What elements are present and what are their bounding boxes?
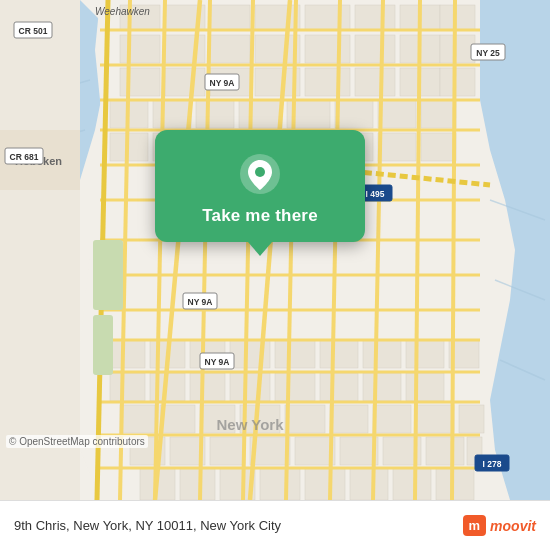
svg-rect-69 (363, 373, 401, 401)
svg-rect-26 (305, 35, 350, 63)
svg-rect-29 (440, 35, 475, 63)
svg-text:NY 25: NY 25 (476, 48, 500, 58)
svg-rect-78 (416, 405, 454, 433)
map-copyright: © OpenStreetMap contributors (6, 435, 148, 448)
svg-rect-19 (355, 5, 395, 30)
svg-rect-82 (210, 437, 245, 465)
svg-rect-125 (93, 315, 113, 375)
location-pin-icon (238, 152, 282, 196)
svg-rect-59 (320, 340, 358, 368)
svg-rect-77 (373, 405, 411, 433)
svg-rect-27 (355, 35, 395, 63)
svg-rect-23 (165, 35, 205, 63)
moovit-name: moovit (490, 518, 536, 534)
moovit-logo: m moovit (463, 515, 536, 536)
svg-rect-96 (436, 468, 474, 500)
svg-rect-63 (110, 373, 145, 401)
svg-rect-124 (93, 240, 123, 310)
popup-card: Take me there (155, 130, 365, 242)
svg-rect-95 (393, 468, 431, 500)
svg-rect-79 (459, 405, 484, 433)
svg-rect-45 (421, 100, 456, 128)
svg-rect-53 (421, 133, 456, 161)
svg-rect-16 (210, 5, 250, 30)
svg-rect-67 (275, 373, 315, 401)
svg-rect-40 (196, 100, 234, 128)
svg-rect-18 (305, 5, 350, 30)
svg-text:CR 681: CR 681 (10, 152, 39, 162)
svg-rect-22 (120, 35, 160, 63)
svg-rect-66 (230, 373, 270, 401)
svg-rect-43 (335, 100, 373, 128)
svg-rect-37 (440, 68, 475, 96)
svg-rect-54 (110, 340, 145, 368)
svg-rect-24 (210, 35, 250, 63)
bottom-bar: 9th Chris, New York, NY 10011, New York … (0, 500, 550, 550)
svg-rect-60 (363, 340, 401, 368)
svg-text:New York: New York (217, 416, 285, 433)
svg-rect-52 (378, 133, 416, 161)
svg-rect-44 (378, 100, 416, 128)
svg-rect-68 (320, 373, 358, 401)
svg-text:NY 9A: NY 9A (205, 357, 230, 367)
svg-rect-58 (275, 340, 315, 368)
svg-text:CR 501: CR 501 (19, 26, 48, 36)
svg-rect-65 (190, 373, 225, 401)
svg-rect-17 (255, 5, 300, 30)
svg-rect-87 (426, 437, 464, 465)
svg-rect-34 (305, 68, 350, 96)
svg-rect-41 (239, 100, 282, 128)
svg-rect-30 (120, 68, 160, 96)
map-background: Hoboken CR 501 CR 681 NY 9A NY 9A NY 9A … (0, 0, 550, 500)
address-text: 9th Chris, New York, NY 10011, New York … (14, 518, 281, 533)
map-container: Hoboken CR 501 CR 681 NY 9A NY 9A NY 9A … (0, 0, 550, 500)
svg-text:I 278: I 278 (483, 459, 502, 469)
svg-text:NY 9A: NY 9A (210, 78, 235, 88)
svg-rect-70 (406, 373, 444, 401)
moovit-m-logo: m (463, 515, 487, 536)
take-me-there-button[interactable]: Take me there (202, 206, 318, 226)
svg-rect-35 (355, 68, 395, 96)
svg-rect-75 (285, 405, 325, 433)
svg-rect-31 (165, 68, 205, 96)
svg-rect-61 (406, 340, 444, 368)
svg-text:NY 9A: NY 9A (188, 297, 213, 307)
svg-rect-71 (120, 405, 155, 433)
svg-rect-13 (0, 0, 80, 500)
svg-point-147 (255, 167, 265, 177)
svg-rect-94 (350, 468, 388, 500)
svg-rect-92 (260, 468, 300, 500)
svg-rect-93 (305, 468, 345, 500)
svg-rect-76 (330, 405, 368, 433)
svg-text:Weehawken: Weehawken (95, 6, 150, 17)
svg-rect-21 (440, 5, 475, 30)
svg-text:I 495: I 495 (366, 189, 385, 199)
svg-rect-90 (180, 468, 215, 500)
svg-rect-39 (153, 100, 191, 128)
